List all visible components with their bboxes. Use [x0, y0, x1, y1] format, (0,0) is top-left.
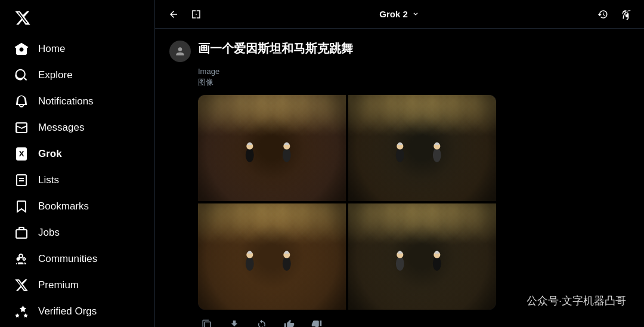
- avatar: [169, 41, 191, 62]
- copy-icon: [202, 319, 212, 327]
- grok-icon: X: [14, 147, 29, 161]
- sidebar-item-verified-orgs-label: Verified Orgs: [38, 306, 97, 317]
- image-cell-2: [348, 95, 496, 201]
- regenerate-icon: [256, 319, 267, 327]
- sidebar-item-profile[interactable]: Profile: [7, 325, 147, 327]
- sidebar: Home Explore Notifications Messages X Gr…: [0, 0, 155, 327]
- generated-image-1: [198, 95, 346, 201]
- regenerate-button[interactable]: [253, 316, 271, 327]
- sidebar-item-explore-label: Explore: [38, 69, 73, 81]
- split-icon: [191, 9, 202, 20]
- search-icon: [14, 68, 29, 82]
- generated-image-4: [348, 203, 496, 310]
- sidebar-item-communities[interactable]: Communities: [7, 246, 147, 272]
- prompt-header: 画一个爱因斯坦和马斯克跳舞: [169, 41, 630, 62]
- image-cell-4: [348, 203, 496, 310]
- sidebar-item-notifications-label: Notifications: [38, 95, 94, 107]
- back-button[interactable]: [165, 5, 182, 23]
- sidebar-item-premium-label: Premium: [38, 279, 79, 291]
- thumbs-up-button[interactable]: [280, 316, 298, 327]
- split-button[interactable]: [187, 5, 205, 23]
- sidebar-item-bookmarks[interactable]: Bookmarks: [7, 193, 147, 220]
- image-grid: [198, 95, 496, 310]
- history-icon: [597, 9, 608, 20]
- bell-icon: [14, 94, 29, 109]
- prompt-text: 画一个爱因斯坦和马斯克跳舞: [198, 41, 353, 56]
- download-button[interactable]: [225, 316, 243, 327]
- back-icon: [168, 9, 179, 20]
- x-logo[interactable]: [7, 5, 147, 33]
- content-area: 画一个爱因斯坦和马斯克跳舞 Image 图像: [155, 29, 644, 327]
- avatar-icon: [174, 45, 186, 57]
- image-type-label: Image: [198, 67, 630, 76]
- topbar-nav: [165, 5, 205, 23]
- thumbs-up-icon: [284, 319, 295, 327]
- sidebar-item-premium[interactable]: Premium: [7, 272, 147, 298]
- sidebar-item-messages-label: Messages: [38, 122, 84, 134]
- sidebar-item-home[interactable]: Home: [7, 36, 147, 62]
- sidebar-item-explore[interactable]: Explore: [7, 62, 147, 88]
- image-cell-1: [198, 95, 346, 201]
- jobs-icon: [14, 226, 29, 240]
- x-logo-icon: [14, 10, 31, 26]
- sidebar-item-lists[interactable]: Lists: [7, 167, 147, 193]
- sidebar-item-grok-label: Grok: [38, 148, 62, 160]
- action-bar: [198, 316, 630, 327]
- sidebar-item-lists-label: Lists: [38, 174, 59, 186]
- sidebar-item-home-label: Home: [38, 43, 65, 55]
- sidebar-item-notifications[interactable]: Notifications: [7, 88, 147, 115]
- chevron-down-icon: [411, 10, 420, 18]
- generated-image-2: [348, 95, 496, 201]
- communities-icon: [14, 252, 29, 266]
- bookmark-icon: [14, 199, 29, 214]
- lists-icon: [14, 173, 29, 187]
- image-type-sublabel: 图像: [198, 77, 630, 88]
- thumbs-down-icon: [311, 319, 322, 327]
- mail-icon: [14, 121, 29, 135]
- topbar-title-text: Grok 2: [379, 9, 408, 19]
- sidebar-item-grok[interactable]: X Grok: [7, 141, 147, 167]
- thumbs-down-button[interactable]: [308, 316, 326, 327]
- sidebar-item-jobs[interactable]: Jobs: [7, 220, 147, 246]
- premium-icon: [14, 278, 29, 292]
- topbar: Grok 2: [155, 0, 644, 29]
- home-icon: [14, 42, 29, 56]
- topbar-right: [594, 5, 634, 23]
- topbar-title-area[interactable]: Grok 2: [212, 9, 587, 19]
- compose-icon: [620, 9, 631, 20]
- sidebar-item-messages[interactable]: Messages: [7, 115, 147, 141]
- sidebar-item-communities-label: Communities: [38, 253, 97, 265]
- sidebar-item-bookmarks-label: Bookmarks: [38, 200, 89, 212]
- copy-button[interactable]: [198, 316, 216, 327]
- main-content: Grok 2 画一个爱因斯坦和马斯克跳舞 Image 图像: [155, 0, 644, 327]
- history-button[interactable]: [594, 5, 612, 23]
- compose-button[interactable]: [617, 5, 634, 23]
- download-icon: [229, 319, 240, 327]
- verified-icon: [14, 304, 29, 319]
- sidebar-item-verified-orgs[interactable]: Verified Orgs: [7, 298, 147, 325]
- image-cell-3: [198, 203, 346, 310]
- sidebar-item-jobs-label: Jobs: [38, 227, 60, 239]
- generated-image-3: [198, 203, 346, 310]
